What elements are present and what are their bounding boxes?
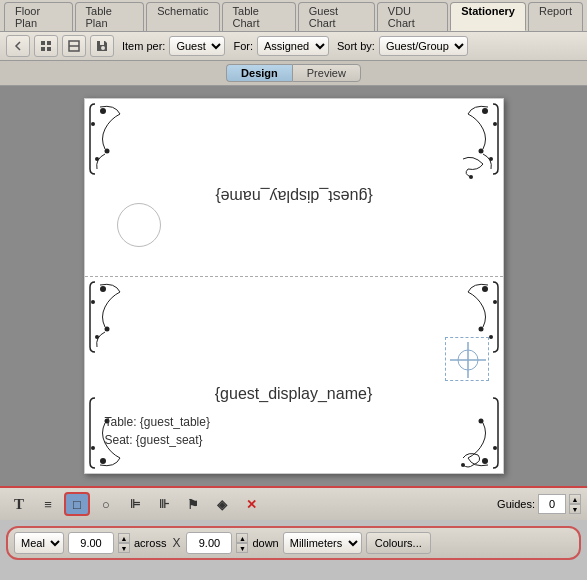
tab-schematic[interactable]: Schematic xyxy=(146,2,219,31)
unit-select[interactable]: Millimeters xyxy=(283,532,362,554)
preview-tab[interactable]: Preview xyxy=(292,64,361,82)
svg-point-11 xyxy=(493,122,497,126)
view-btn-1[interactable] xyxy=(34,35,58,57)
guest-name-top: {guest_display_name} xyxy=(85,187,503,205)
svg-point-18 xyxy=(95,335,99,339)
svg-point-13 xyxy=(489,157,493,161)
nav-back-button[interactable] xyxy=(6,35,30,57)
tab-table-plan[interactable]: Table Plan xyxy=(75,2,145,31)
svg-rect-0 xyxy=(41,41,45,45)
svg-point-8 xyxy=(104,149,109,154)
svg-rect-2 xyxy=(41,47,45,51)
corner-tl-top xyxy=(85,99,175,179)
cross-icon xyxy=(446,338,490,382)
sort-by-select[interactable]: Guest/Group xyxy=(379,36,468,56)
svg-rect-1 xyxy=(47,41,51,45)
text-tool-button[interactable]: T xyxy=(6,492,32,516)
view-tab-bar: Design Preview xyxy=(0,61,587,86)
tab-vdu-chart[interactable]: VDU Chart xyxy=(377,2,448,31)
down-label: down xyxy=(252,537,278,549)
svg-point-20 xyxy=(493,300,497,304)
meal-select[interactable]: Meal xyxy=(14,532,64,554)
svg-point-23 xyxy=(100,458,106,464)
colours-button[interactable]: Colours... xyxy=(366,532,431,554)
tab-guest-chart[interactable]: Guest Chart xyxy=(298,2,375,31)
guest-seat-line: Seat: {guest_seat} xyxy=(105,431,210,449)
guest-table-line: Table: {guest_table} xyxy=(105,413,210,431)
guides-input[interactable] xyxy=(538,494,566,514)
svg-point-6 xyxy=(100,108,106,114)
tab-stationery[interactable]: Stationery xyxy=(450,2,526,31)
svg-point-12 xyxy=(478,149,483,154)
guest-name-bottom: {guest_display_name} xyxy=(85,385,503,403)
main-toolbar: Item per: Guest For: Assigned Sort by: G… xyxy=(0,32,587,61)
view-btn-2[interactable] xyxy=(62,35,86,57)
layers-button[interactable]: ◈ xyxy=(209,492,235,516)
svg-point-28 xyxy=(478,419,483,424)
item-per-select[interactable]: Guest xyxy=(169,36,225,56)
align-left-button[interactable]: ⊫ xyxy=(122,492,148,516)
flag-button[interactable]: ⚑ xyxy=(180,492,206,516)
canvas-area: {guest_display_name} xyxy=(0,86,587,486)
lines-tool-button[interactable]: ≡ xyxy=(35,492,61,516)
design-tab[interactable]: Design xyxy=(226,64,292,82)
sort-by-label: Sort by: xyxy=(337,40,375,52)
corner-br-bottom xyxy=(413,393,503,473)
save-button[interactable] xyxy=(90,35,114,57)
settings-bar: Meal ▲ ▼ across X ▲ ▼ down Millimeters C… xyxy=(6,526,581,560)
down-up-button[interactable]: ▲ xyxy=(236,533,248,543)
for-label: For: xyxy=(233,40,253,52)
across-stepper[interactable]: ▲ ▼ xyxy=(118,533,130,553)
bottom-toolbar: T ≡ □ ○ ⊫ ⊪ ⚑ ◈ ✕ Guides: ▲ ▼ xyxy=(0,486,587,520)
circle-tool-button[interactable]: ○ xyxy=(93,492,119,516)
svg-point-27 xyxy=(493,446,497,450)
tab-bar: Floor Plan Table Plan Schematic Table Ch… xyxy=(0,0,587,32)
svg-point-26 xyxy=(482,458,488,464)
corner-tr-top xyxy=(413,99,503,179)
across-input[interactable] xyxy=(68,532,114,554)
svg-point-21 xyxy=(478,327,483,332)
rect-tool-button[interactable]: □ xyxy=(64,492,90,516)
down-stepper[interactable]: ▲ ▼ xyxy=(236,533,248,553)
card-canvas: {guest_display_name} xyxy=(84,98,504,474)
across-label: across xyxy=(134,537,166,549)
svg-point-29 xyxy=(461,463,465,467)
tab-floor-plan[interactable]: Floor Plan xyxy=(4,2,73,31)
svg-point-9 xyxy=(95,157,99,161)
bottom-area: Meal ▲ ▼ across X ▲ ▼ down Millimeters C… xyxy=(0,520,587,566)
svg-point-7 xyxy=(91,122,95,126)
card-bottom[interactable]: {guest_display_name} Table: {guest_table… xyxy=(85,277,503,473)
down-down-button[interactable]: ▼ xyxy=(236,543,248,553)
corner-tl-bottom xyxy=(85,277,175,357)
across-up-button[interactable]: ▲ xyxy=(118,533,130,543)
across-down-button[interactable]: ▼ xyxy=(118,543,130,553)
delete-button[interactable]: ✕ xyxy=(238,492,264,516)
guest-table-seat: Table: {guest_table} Seat: {guest_seat} xyxy=(105,413,210,449)
guides-stepper[interactable]: ▲ ▼ xyxy=(569,494,581,514)
svg-point-24 xyxy=(91,446,95,450)
svg-rect-3 xyxy=(47,47,51,51)
for-select[interactable]: Assigned xyxy=(257,36,329,56)
item-per-label: Item per: xyxy=(122,40,165,52)
tab-table-chart[interactable]: Table Chart xyxy=(222,2,296,31)
svg-point-16 xyxy=(91,300,95,304)
cross-placeholder[interactable] xyxy=(445,337,489,381)
circle-placeholder-top[interactable] xyxy=(117,203,161,247)
tab-report[interactable]: Report xyxy=(528,2,583,31)
svg-point-19 xyxy=(482,286,488,292)
guides-up-button[interactable]: ▲ xyxy=(569,494,581,504)
svg-point-15 xyxy=(100,286,106,292)
svg-point-10 xyxy=(482,108,488,114)
guides-label: Guides: xyxy=(497,498,535,510)
guides-down-button[interactable]: ▼ xyxy=(569,504,581,514)
x-label: X xyxy=(172,536,180,550)
svg-point-17 xyxy=(104,327,109,332)
svg-point-14 xyxy=(469,175,473,179)
card-top[interactable]: {guest_display_name} xyxy=(85,99,503,277)
align-center-button[interactable]: ⊪ xyxy=(151,492,177,516)
down-input[interactable] xyxy=(186,532,232,554)
